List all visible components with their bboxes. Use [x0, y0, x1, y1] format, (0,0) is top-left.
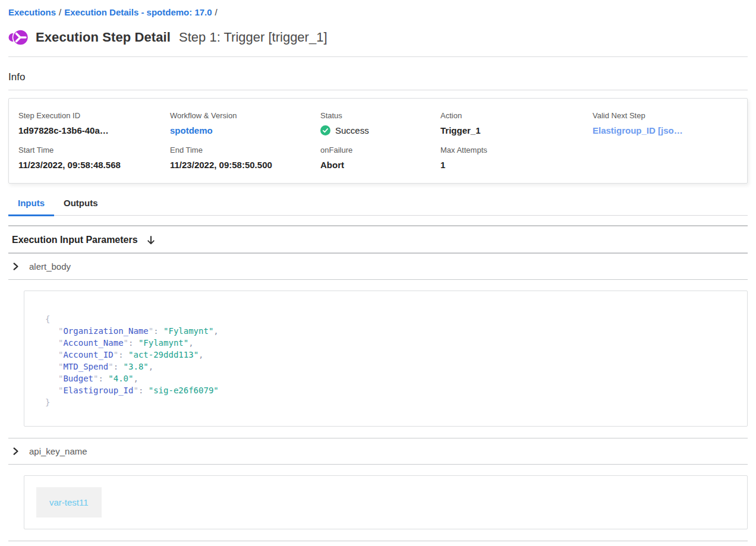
tab-outputs[interactable]: Outputs: [54, 198, 108, 216]
param-name: api_key_name: [29, 446, 87, 456]
field-label: Max Attempts: [440, 146, 593, 154]
field-end-time: End Time 11/23/2022, 09:58:50.500: [170, 146, 320, 170]
success-check-icon: [320, 125, 330, 135]
field-value: Abort: [320, 160, 440, 170]
status-text: Success: [335, 125, 369, 135]
chevron-right-icon: [12, 447, 20, 455]
field-label: Valid Next Step: [593, 111, 738, 120]
field-action: Action Trigger_1: [440, 111, 593, 135]
field-label: Workflow & Version: [170, 111, 320, 120]
fylamynt-logo-icon: [8, 28, 29, 47]
field-value: 1d97828c-13b6-40a…: [18, 125, 170, 135]
json-entry: "Organization_Name": "Fylamynt",: [45, 325, 727, 337]
workflow-link[interactable]: spotdemo: [170, 125, 320, 135]
breadcrumb-separator: /: [56, 7, 64, 17]
info-section-heading: Info: [8, 71, 748, 90]
breadcrumb-separator: /: [212, 7, 220, 17]
info-card: Step Execution ID 1d97828c-13b6-40a… Wor…: [8, 98, 748, 184]
breadcrumb-executions-link[interactable]: Executions: [8, 7, 56, 17]
arrow-down-icon[interactable]: [146, 235, 156, 245]
field-workflow-version: Workflow & Version spotdemo: [170, 111, 320, 135]
page-title: Execution Step Detail: [36, 30, 171, 45]
field-valid-next-step: Valid Next Step Elastigroup_ID [jso…: [593, 111, 738, 135]
execution-input-parameters-heading: Execution Input Parameters: [8, 226, 748, 254]
json-entry: "MTD_Spend": "3.8",: [45, 361, 727, 373]
json-entry: "Budget": "4.0",: [45, 373, 727, 384]
alert-body-value-card: { "Organization_Name": "Fylamynt", "Acco…: [24, 291, 748, 427]
field-label: End Time: [170, 146, 320, 154]
json-entry: "Account_Name": "Fylamynt",: [45, 337, 727, 349]
field-empty: [593, 146, 738, 170]
status-badge: Success: [320, 125, 440, 135]
field-value: 11/23/2022, 09:58:50.500: [170, 160, 320, 170]
param-row-api-key-value[interactable]: api_key_value: [8, 541, 748, 546]
page-subtitle: Step 1: Trigger [trigger_1]: [179, 30, 327, 45]
json-close-brace: }: [45, 396, 727, 408]
api-key-name-value: var-test11: [36, 487, 102, 517]
param-row-api-key-name[interactable]: api_key_name: [8, 438, 748, 465]
api-key-name-value-card: var-test11: [24, 475, 748, 529]
field-value: 11/23/2022, 09:58:48.568: [18, 160, 170, 170]
field-value: Trigger_1: [440, 125, 593, 135]
field-label: Action: [440, 111, 593, 120]
field-start-time: Start Time 11/23/2022, 09:58:48.568: [18, 146, 170, 170]
field-status: Status Success: [320, 111, 440, 135]
inputs-outputs-tabs: Inputs Outputs: [8, 198, 748, 216]
field-label: onFailure: [320, 146, 440, 154]
valid-next-step-link[interactable]: Elastigroup_ID [jso…: [593, 125, 738, 135]
params-heading-label: Execution Input Parameters: [12, 235, 138, 245]
field-step-execution-id: Step Execution ID 1d97828c-13b6-40a…: [18, 111, 170, 135]
page-header: Execution Step Detail Step 1: Trigger [t…: [8, 28, 748, 57]
field-value: 1: [440, 160, 593, 170]
tab-inputs[interactable]: Inputs: [8, 198, 54, 216]
param-name: alert_body: [29, 261, 71, 272]
json-entry: "Elastigroup_Id": "sig-e26f6079": [45, 384, 727, 396]
json-open-brace: {: [45, 313, 727, 325]
field-label: Status: [320, 111, 440, 120]
field-max-attempts: Max Attempts 1: [440, 146, 593, 170]
param-row-alert-body[interactable]: alert_body: [8, 254, 748, 280]
field-onfailure: onFailure Abort: [320, 146, 440, 170]
field-label: Step Execution ID: [18, 111, 170, 120]
field-label: Start Time: [18, 146, 170, 154]
execution-step-detail-page: Executions/Execution Details - spotdemo:…: [0, 0, 756, 546]
json-entry: "Account_ID": "act-29ddd113",: [45, 349, 727, 361]
breadcrumb-execution-details-link[interactable]: Execution Details - spotdemo: 17.0: [64, 7, 212, 17]
breadcrumb: Executions/Execution Details - spotdemo:…: [8, 7, 748, 17]
chevron-right-icon: [12, 263, 20, 270]
